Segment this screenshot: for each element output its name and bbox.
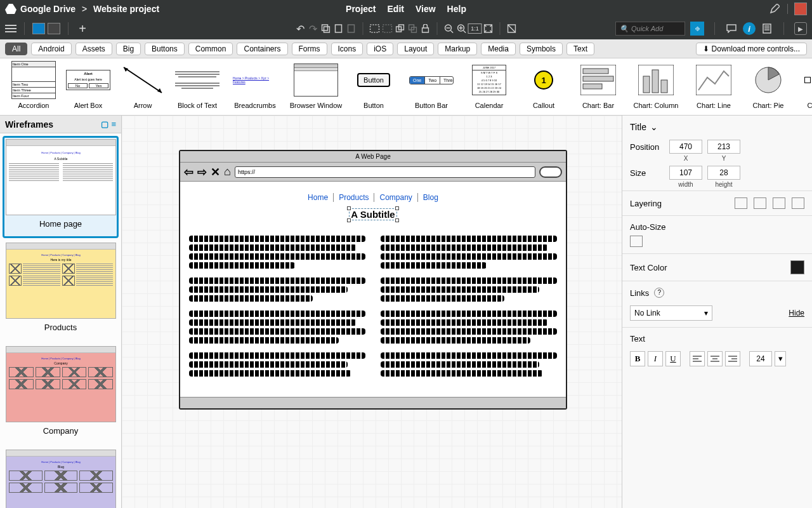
font-size-stepper[interactable]: ▾	[775, 351, 786, 366]
resize-handle[interactable]	[347, 218, 351, 222]
sidebar-view-list-icon[interactable]: ≡	[111, 119, 116, 129]
lock-icon[interactable]	[419, 22, 432, 35]
gallery-breadcrumbs[interactable]: Home > Products > Xyz > Features Breadcr…	[225, 61, 285, 115]
gallery-chart-line[interactable]: Chart: Line	[686, 61, 741, 115]
gallery-browser[interactable]: Browser Window	[285, 61, 346, 115]
gallery-alert[interactable]: AlertAlert text goes hereNoYes Alert Box	[61, 61, 115, 115]
cut-icon[interactable]	[345, 22, 358, 35]
view-grid-button[interactable]	[48, 23, 60, 34]
cat-text[interactable]: Text	[566, 43, 594, 55]
position-y-input[interactable]	[707, 140, 740, 154]
cat-symbols[interactable]: Symbols	[520, 43, 563, 55]
pencil-icon[interactable]	[768, 3, 781, 15]
gallery-accordion[interactable]: Item One Item Two Item Three Item Four A…	[6, 61, 61, 115]
bring-forward-icon[interactable]	[735, 197, 747, 209]
align-left-button[interactable]	[690, 351, 705, 366]
user-avatar[interactable]	[794, 3, 807, 15]
cat-layout[interactable]: Layout	[397, 43, 434, 55]
width-input[interactable]	[669, 166, 702, 180]
zoom-fit-icon[interactable]	[482, 22, 495, 35]
copy-icon[interactable]	[320, 22, 332, 35]
align-right-button[interactable]	[725, 351, 740, 366]
height-input[interactable]	[707, 166, 740, 180]
color-swatch[interactable]	[790, 260, 804, 274]
zoom-actual-icon[interactable]: 1:1	[468, 23, 482, 34]
hamburger-icon[interactable]	[5, 25, 16, 32]
send-back-icon[interactable]	[792, 197, 804, 209]
cat-big[interactable]: Big	[116, 43, 141, 55]
panel-title-row[interactable]: Title ⌄	[622, 118, 812, 136]
gallery-chart-column[interactable]: Chart: Column	[625, 61, 686, 115]
quick-add-button[interactable]: ⎆	[690, 22, 704, 36]
selected-subtitle-element[interactable]: A Subtitle	[349, 208, 396, 220]
info-icon[interactable]: i	[743, 22, 756, 35]
send-back-icon[interactable]	[407, 22, 419, 35]
font-size-input[interactable]	[749, 351, 772, 366]
cat-markup[interactable]: Markup	[438, 43, 477, 55]
sidebar-view-thumb-icon[interactable]: ▢	[101, 119, 108, 129]
wireframe-thumb-blog[interactable]: Home | Products | Company | BlogBlog Blo…	[3, 446, 119, 508]
cat-assets[interactable]: Assets	[75, 43, 112, 55]
gallery-block-text[interactable]: Block of Text	[170, 61, 225, 115]
gallery-button[interactable]: Button Button	[346, 61, 401, 115]
gallery-arrow[interactable]: Arrow	[115, 61, 170, 115]
cat-common[interactable]: Common	[188, 43, 233, 55]
control-gallery[interactable]: Item One Item Two Item Three Item Four A…	[0, 58, 812, 116]
italic-button[interactable]: I	[648, 351, 663, 366]
wireframe-thumb-company[interactable]: Home | Products | Company | BlogCompany …	[3, 343, 119, 445]
browser-mockup[interactable]: A Web Page ⇦ ⇨ ✕ ⌂ https:// HomeProducts…	[179, 150, 567, 410]
cat-android[interactable]: Android	[31, 43, 71, 55]
gallery-chart-bar[interactable]: Chart: Bar	[571, 61, 625, 115]
bring-front-icon[interactable]	[394, 22, 407, 35]
view-panels-button[interactable]	[32, 23, 45, 34]
paste-icon[interactable]	[332, 22, 345, 35]
resize-handle[interactable]	[347, 206, 351, 210]
cat-buttons[interactable]: Buttons	[145, 43, 185, 55]
breadcrumb-project[interactable]: Website project	[93, 4, 159, 14]
align-center-button[interactable]	[707, 351, 723, 366]
gallery-callout[interactable]: 1 Callout	[516, 61, 571, 115]
send-backward-icon[interactable]	[773, 197, 785, 209]
gallery-chart-pie[interactable]: Chart: Pie	[741, 61, 796, 115]
position-x-input[interactable]	[669, 140, 702, 154]
ungroup-icon[interactable]	[381, 22, 394, 35]
help-icon[interactable]: ?	[654, 288, 664, 298]
wireframe-thumb-products[interactable]: Home | Products | Company | BlogHere is …	[3, 239, 119, 342]
bold-button[interactable]: B	[630, 351, 645, 366]
gallery-calendar[interactable]: JUNE 2017S M T W T F S1 2 34 5 6 7 8 9 1…	[462, 61, 516, 115]
menu-help[interactable]: Help	[447, 4, 466, 14]
link-select[interactable]: No Link ▾	[630, 305, 712, 321]
gallery-button-bar[interactable]: OneTwoThree Button Bar	[401, 61, 462, 115]
canvas[interactable]: A Web Page ⇦ ⇨ ✕ ⌂ https:// HomeProducts…	[122, 116, 622, 508]
zoom-in-icon[interactable]	[455, 22, 468, 35]
fullscreen-present-icon[interactable]: ▶	[794, 22, 807, 35]
notes-icon[interactable]	[761, 22, 773, 35]
wireframe-thumb-home[interactable]: Home | Products | Company | BlogA Subtit…	[3, 136, 119, 238]
cat-media[interactable]: Media	[481, 43, 516, 55]
add-button[interactable]: +	[76, 22, 89, 35]
hide-link[interactable]: Hide	[789, 309, 804, 318]
gallery-checkbox[interactable]: Checkbox Checkbox	[796, 61, 812, 115]
cat-containers[interactable]: Containers	[237, 43, 287, 55]
redo-icon[interactable]: ↷	[307, 22, 320, 35]
markup-toggle-icon[interactable]	[506, 22, 518, 35]
menu-project[interactable]: Project	[346, 4, 376, 14]
resize-handle[interactable]	[395, 206, 399, 210]
menu-edit[interactable]: Edit	[388, 4, 404, 14]
comment-icon[interactable]	[725, 22, 738, 35]
breadcrumb-root[interactable]: Google Drive	[20, 4, 75, 14]
cat-ios[interactable]: iOS	[367, 43, 393, 55]
quick-add-input[interactable]: 🔍 Quick Add	[615, 22, 685, 36]
bring-front-icon[interactable]	[754, 197, 766, 209]
underline-button[interactable]: U	[665, 351, 681, 366]
chevron-down-icon[interactable]: ⌄	[650, 122, 658, 132]
undo-icon[interactable]: ↶	[294, 22, 307, 35]
cat-all[interactable]: All	[5, 43, 27, 55]
autosize-icon[interactable]	[630, 236, 643, 247]
cat-icons[interactable]: Icons	[331, 43, 363, 55]
sidebar-list[interactable]: Home | Products | Company | BlogA Subtit…	[0, 133, 121, 508]
group-icon[interactable]	[369, 22, 381, 35]
resize-handle[interactable]	[395, 218, 399, 222]
zoom-out-icon[interactable]	[443, 22, 455, 35]
cat-forms[interactable]: Forms	[292, 43, 327, 55]
